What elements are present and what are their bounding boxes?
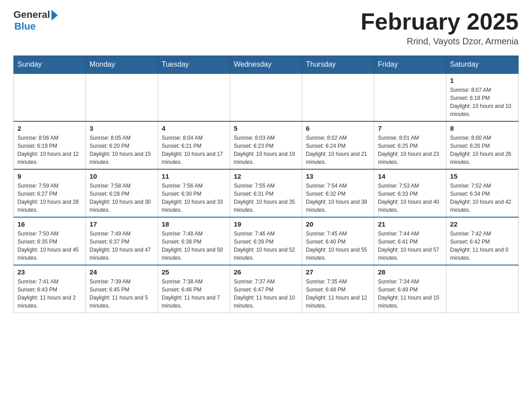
day-number: 23 (17, 268, 82, 276)
day-number: 6 (306, 124, 370, 132)
calendar-cell: 11Sunrise: 7:56 AMSunset: 6:30 PMDayligh… (158, 169, 230, 217)
day-info: Sunrise: 7:45 AMSunset: 6:40 PMDaylight:… (306, 230, 370, 262)
day-info: Sunrise: 8:06 AMSunset: 6:19 PMDaylight:… (17, 134, 82, 166)
calendar-cell: 4Sunrise: 8:04 AMSunset: 6:21 PMDaylight… (158, 121, 230, 169)
week-row: 2Sunrise: 8:06 AMSunset: 6:19 PMDaylight… (14, 121, 519, 169)
day-info: Sunrise: 7:41 AMSunset: 6:43 PMDaylight:… (17, 278, 82, 310)
day-number: 7 (378, 124, 442, 132)
month-title: February 2025 (360, 9, 519, 34)
calendar-cell: 2Sunrise: 8:06 AMSunset: 6:19 PMDaylight… (14, 121, 86, 169)
week-row: 23Sunrise: 7:41 AMSunset: 6:43 PMDayligh… (14, 265, 519, 313)
calendar-cell: 18Sunrise: 7:48 AMSunset: 6:38 PMDayligh… (158, 217, 230, 265)
day-number: 14 (378, 172, 442, 180)
day-info: Sunrise: 7:49 AMSunset: 6:37 PMDaylight:… (90, 230, 154, 262)
day-of-week-header: Tuesday (158, 56, 230, 74)
calendar-cell: 1Sunrise: 8:07 AMSunset: 6:18 PMDaylight… (446, 73, 519, 121)
day-number: 1 (450, 77, 515, 84)
calendar-cell: 3Sunrise: 8:05 AMSunset: 6:20 PMDaylight… (86, 121, 158, 169)
day-info: Sunrise: 8:01 AMSunset: 6:25 PMDaylight:… (378, 134, 442, 166)
calendar-cell: 6Sunrise: 8:02 AMSunset: 6:24 PMDaylight… (302, 121, 374, 169)
day-number: 25 (162, 268, 226, 276)
day-of-week-header: Wednesday (230, 56, 302, 74)
calendar-cell (158, 73, 230, 121)
day-info: Sunrise: 7:46 AMSunset: 6:39 PMDaylight:… (234, 230, 298, 262)
calendar-cell: 28Sunrise: 7:34 AMSunset: 6:49 PMDayligh… (374, 265, 446, 313)
calendar-cell (374, 73, 446, 121)
title-section: February 2025 Rrind, Vayots Dzor, Armeni… (360, 9, 519, 47)
calendar-cell: 21Sunrise: 7:44 AMSunset: 6:41 PMDayligh… (374, 217, 446, 265)
day-info: Sunrise: 7:53 AMSunset: 6:33 PMDaylight:… (378, 182, 442, 214)
day-number: 13 (306, 172, 370, 180)
day-info: Sunrise: 7:37 AMSunset: 6:47 PMDaylight:… (234, 278, 298, 310)
day-number: 15 (450, 172, 515, 180)
calendar-cell: 10Sunrise: 7:58 AMSunset: 6:28 PMDayligh… (86, 169, 158, 217)
logo-blue-text: Blue (14, 21, 36, 32)
day-info: Sunrise: 7:38 AMSunset: 6:46 PMDaylight:… (162, 278, 226, 310)
day-number: 5 (234, 124, 298, 132)
calendar-cell: 19Sunrise: 7:46 AMSunset: 6:39 PMDayligh… (230, 217, 302, 265)
logo-general-text: General (13, 9, 50, 21)
calendar-cell: 23Sunrise: 7:41 AMSunset: 6:43 PMDayligh… (14, 265, 86, 313)
day-number: 18 (162, 220, 226, 228)
calendar-cell: 26Sunrise: 7:37 AMSunset: 6:47 PMDayligh… (230, 265, 302, 313)
day-info: Sunrise: 7:52 AMSunset: 6:34 PMDaylight:… (450, 182, 515, 214)
calendar-cell: 12Sunrise: 7:55 AMSunset: 6:31 PMDayligh… (230, 169, 302, 217)
logo: General Blue (13, 9, 58, 32)
day-number: 17 (90, 220, 154, 228)
day-info: Sunrise: 7:48 AMSunset: 6:38 PMDaylight:… (162, 230, 226, 262)
day-number: 21 (378, 220, 442, 228)
calendar-cell: 9Sunrise: 7:59 AMSunset: 6:27 PMDaylight… (14, 169, 86, 217)
day-info: Sunrise: 8:02 AMSunset: 6:24 PMDaylight:… (306, 134, 370, 166)
day-of-week-header: Thursday (302, 56, 374, 74)
day-info: Sunrise: 7:58 AMSunset: 6:28 PMDaylight:… (90, 182, 154, 214)
calendar-cell: 7Sunrise: 8:01 AMSunset: 6:25 PMDaylight… (374, 121, 446, 169)
week-row: 16Sunrise: 7:50 AMSunset: 6:35 PMDayligh… (14, 217, 519, 265)
day-number: 10 (90, 172, 154, 180)
calendar-cell (230, 73, 302, 121)
day-number: 3 (90, 124, 154, 132)
day-number: 9 (17, 172, 82, 180)
calendar-cell (302, 73, 374, 121)
day-number: 2 (17, 124, 82, 132)
day-info: Sunrise: 7:59 AMSunset: 6:27 PMDaylight:… (17, 182, 82, 214)
calendar-cell (14, 73, 86, 121)
calendar-cell: 5Sunrise: 8:03 AMSunset: 6:23 PMDaylight… (230, 121, 302, 169)
day-info: Sunrise: 8:07 AMSunset: 6:18 PMDaylight:… (450, 86, 515, 118)
day-info: Sunrise: 8:05 AMSunset: 6:20 PMDaylight:… (90, 134, 154, 166)
calendar-cell (446, 265, 519, 313)
calendar-cell: 25Sunrise: 7:38 AMSunset: 6:46 PMDayligh… (158, 265, 230, 313)
day-info: Sunrise: 7:34 AMSunset: 6:49 PMDaylight:… (378, 278, 442, 310)
calendar-cell: 22Sunrise: 7:42 AMSunset: 6:42 PMDayligh… (446, 217, 519, 265)
day-info: Sunrise: 7:50 AMSunset: 6:35 PMDaylight:… (17, 230, 82, 262)
day-number: 28 (378, 268, 442, 276)
day-info: Sunrise: 8:00 AMSunset: 6:26 PMDaylight:… (450, 134, 515, 166)
day-number: 19 (234, 220, 298, 228)
day-info: Sunrise: 7:56 AMSunset: 6:30 PMDaylight:… (162, 182, 226, 214)
day-of-week-header: Saturday (446, 56, 519, 74)
calendar-cell: 16Sunrise: 7:50 AMSunset: 6:35 PMDayligh… (14, 217, 86, 265)
day-number: 12 (234, 172, 298, 180)
day-info: Sunrise: 7:44 AMSunset: 6:41 PMDaylight:… (378, 230, 442, 262)
day-number: 16 (17, 220, 82, 228)
calendar-header-row: SundayMondayTuesdayWednesdayThursdayFrid… (14, 56, 519, 74)
day-number: 11 (162, 172, 226, 180)
week-row: 1Sunrise: 8:07 AMSunset: 6:18 PMDaylight… (14, 73, 519, 121)
calendar-table: SundayMondayTuesdayWednesdayThursdayFrid… (13, 56, 519, 313)
calendar-cell: 24Sunrise: 7:39 AMSunset: 6:45 PMDayligh… (86, 265, 158, 313)
calendar-cell: 14Sunrise: 7:53 AMSunset: 6:33 PMDayligh… (374, 169, 446, 217)
day-number: 24 (90, 268, 154, 276)
page-header: General Blue February 2025 Rrind, Vayots… (13, 9, 519, 47)
day-of-week-header: Sunday (14, 56, 86, 74)
day-info: Sunrise: 8:04 AMSunset: 6:21 PMDaylight:… (162, 134, 226, 166)
day-number: 22 (450, 220, 515, 228)
day-info: Sunrise: 7:55 AMSunset: 6:31 PMDaylight:… (234, 182, 298, 214)
day-info: Sunrise: 8:03 AMSunset: 6:23 PMDaylight:… (234, 134, 298, 166)
calendar-cell: 27Sunrise: 7:35 AMSunset: 6:48 PMDayligh… (302, 265, 374, 313)
day-number: 26 (234, 268, 298, 276)
day-number: 27 (306, 268, 370, 276)
calendar-cell: 20Sunrise: 7:45 AMSunset: 6:40 PMDayligh… (302, 217, 374, 265)
day-number: 4 (162, 124, 226, 132)
day-number: 8 (450, 124, 515, 132)
week-row: 9Sunrise: 7:59 AMSunset: 6:27 PMDaylight… (14, 169, 519, 217)
day-info: Sunrise: 7:54 AMSunset: 6:32 PMDaylight:… (306, 182, 370, 214)
